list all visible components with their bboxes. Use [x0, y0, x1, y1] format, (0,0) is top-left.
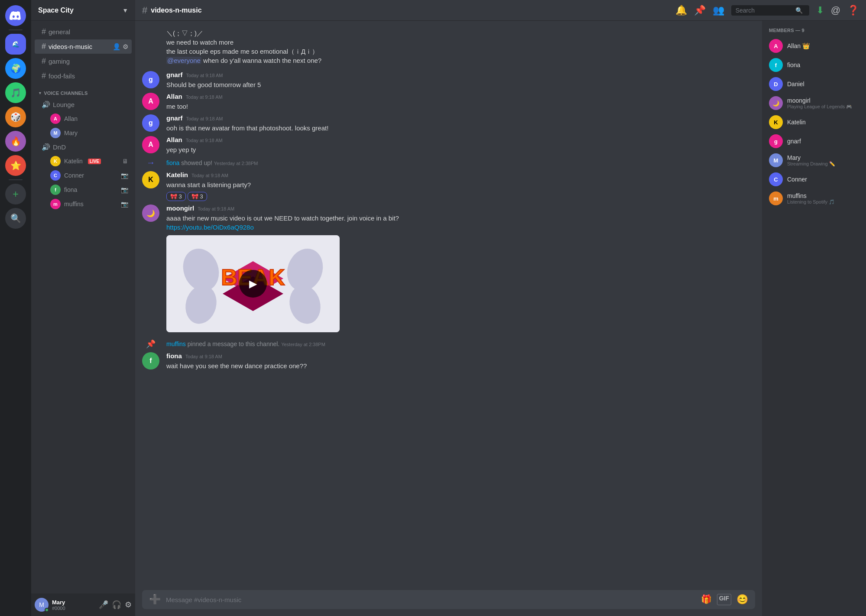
member-item-mary[interactable]: M Mary Streaming Drawing ✏️ — [765, 151, 863, 170]
member-name-gnarf: gnarf — [787, 138, 859, 145]
reaction-1[interactable]: 🎀 3 — [166, 192, 186, 201]
add-member-icon[interactable]: 👤 — [113, 43, 121, 51]
video-embed[interactable]: BEAK ▶ — [166, 235, 340, 332]
voice-user-allan[interactable]: A Allan — [35, 112, 132, 126]
user-settings-icon[interactable]: ⚙ — [125, 600, 132, 610]
voice-user-mary[interactable]: M Mary — [35, 126, 132, 140]
bell-icon[interactable]: 🔔 — [675, 5, 687, 16]
msg-content-fiona: fiona Today at 9:18 AM wait have you see… — [166, 352, 755, 370]
msg-header-moongirl: moongirl Today at 9:18 AM — [166, 204, 755, 212]
member-name-conner: Conner — [787, 176, 859, 183]
camera-icon-conner: 📷 — [121, 172, 128, 179]
server-divider-2 — [9, 179, 23, 180]
member-item-conner[interactable]: C Conner — [765, 170, 863, 189]
avatar-member-muffins: m — [769, 191, 783, 205]
server-header[interactable]: Space City ▼ — [31, 0, 135, 21]
message-input[interactable] — [166, 591, 696, 608]
search-bar[interactable]: 🔍 — [731, 5, 809, 16]
search-input[interactable] — [736, 7, 792, 14]
system-msg-fiona-join: → fiona showed up! Yesterday at 2:38PM — [135, 156, 762, 169]
help-icon[interactable]: ❓ — [847, 5, 859, 16]
member-item-fiona[interactable]: f fiona — [765, 55, 863, 75]
server-icon-4[interactable]: 🎲 — [5, 107, 26, 127]
sidebar-item-gaming[interactable]: # gaming — [35, 54, 132, 68]
server-icon-5[interactable]: 🔥 — [5, 131, 26, 152]
voice-user-conner[interactable]: C Conner 📷 — [35, 169, 132, 182]
reactions-katelin: 🎀 3 🎀 3 — [166, 192, 755, 201]
msg-header-fiona: fiona Today at 9:18 AM — [166, 352, 755, 360]
server-icon-6[interactable]: ⭐ — [5, 155, 26, 176]
member-item-gnarf[interactable]: g gnarf — [765, 132, 863, 151]
message-input-wrapper: ➕ 🎁 GIF 😊 — [142, 590, 755, 609]
msg-header-allan-2: Allan Today at 9:18 AM — [166, 136, 755, 143]
at-icon[interactable]: @ — [831, 5, 840, 16]
avatar-moongirl: 🌙 — [142, 204, 159, 222]
video-link[interactable]: https://youtu.be/OiDx6aQ928o — [166, 224, 254, 231]
voice-channel-lounge[interactable]: 🔊 Lounge — [35, 98, 132, 111]
channel-name-food-fails: food-fails — [49, 72, 75, 80]
member-name-daniel: Daniel — [787, 81, 859, 88]
voice-channel-name-lounge: Lounge — [53, 101, 75, 108]
emoji-icon[interactable]: 😊 — [736, 594, 748, 605]
member-item-daniel[interactable]: D Daniel — [765, 75, 863, 94]
members-list: MEMBERS — 9 A Allan 👑 f fiona — [762, 21, 866, 616]
sidebar: Space City ▼ # general # videos-n-music … — [31, 0, 135, 616]
members-icon[interactable]: 👥 — [713, 5, 724, 16]
msg-content-gnarf-1: gnarf Today at 9:18 AM Should be good to… — [166, 71, 755, 89]
settings-icon[interactable]: ⚙ — [123, 43, 128, 51]
server-icon-2[interactable]: 🌍 — [5, 58, 26, 79]
channel-name-gaming: gaming — [49, 58, 70, 65]
system-msg-user-fiona[interactable]: fiona — [166, 159, 179, 166]
download-icon[interactable]: ⬇ — [816, 5, 824, 16]
server-icon-space-city[interactable]: 🌊 — [5, 34, 26, 55]
system-msg-pinned-text: muffins pinned a message to this channel… — [166, 340, 325, 347]
crown-icon-allan: 👑 — [802, 42, 810, 49]
member-item-muffins[interactable]: m muffins Listening to Spotify 🎵 — [765, 189, 863, 208]
reaction-2[interactable]: 🎀 3 — [188, 192, 207, 201]
voice-user-katelin[interactable]: K Katelin LIVE 🖥 — [35, 154, 132, 168]
add-server-button[interactable]: + — [5, 184, 26, 204]
server-divider — [9, 29, 23, 30]
message-group-fiona: f fiona Today at 9:18 AM wait have you s… — [135, 350, 762, 372]
voice-user-muffins[interactable]: m muffins 📷 — [35, 197, 132, 211]
voice-channel-dnd[interactable]: 🔊 DnD — [35, 140, 132, 154]
current-channel-name: videos-n-music — [151, 6, 201, 14]
explore-icon[interactable]: 🔍 — [5, 208, 26, 229]
message-group-moongirl: 🌙 moongirl Today at 9:18 AM aaaa their n… — [135, 203, 762, 334]
member-item-katelin[interactable]: K Katelin — [765, 113, 863, 132]
system-msg-pin-action: pinned a message to this channel. — [188, 340, 281, 347]
member-item-allan[interactable]: A Allan 👑 — [765, 36, 863, 55]
system-msg-pin-timestamp: Yesterday at 2:38PM — [281, 342, 325, 347]
msg-header-gnarf-1: gnarf Today at 9:18 AM — [166, 71, 755, 78]
pin-icon[interactable]: 📌 — [694, 5, 706, 16]
mic-icon[interactable]: 🎤 — [99, 600, 108, 610]
sidebar-item-general[interactable]: # general — [35, 25, 132, 39]
system-msg-user-muffins[interactable]: muffins — [166, 340, 186, 347]
avatar-conner-mini: C — [50, 170, 61, 181]
chevron-down-icon: ▼ — [122, 7, 128, 14]
video-thumbnail[interactable]: BEAK ▶ — [166, 235, 340, 332]
member-item-moongirl[interactable]: 🌙 moongirl Playing League of Legends 🎮 — [765, 94, 863, 113]
voice-category-header[interactable]: ▼ VOICE CHANNELS — [31, 84, 135, 97]
hash-icon-header: # — [142, 5, 147, 16]
msg-author-katelin: Katelin — [166, 171, 188, 178]
server-icon-3[interactable]: 🎵 — [5, 82, 26, 103]
attach-button[interactable]: ➕ — [149, 594, 161, 605]
avatar-member-conner: C — [769, 172, 783, 186]
user-controls: 🎤 🎧 ⚙ — [99, 600, 132, 610]
msg-content-gnarf-2: gnarf Today at 9:18 AM ooh is that new a… — [166, 114, 755, 133]
discord-home-icon[interactable] — [5, 5, 26, 26]
headset-icon[interactable]: 🎧 — [112, 600, 121, 610]
message-group-gnarf-2: g gnarf Today at 9:18 AM ooh is that new… — [135, 113, 762, 134]
channel-name-general: general — [49, 28, 70, 36]
avatar-fiona-mini: f — [50, 185, 61, 195]
gift-icon[interactable]: 🎁 — [701, 594, 712, 605]
sidebar-item-videos-n-music[interactable]: # videos-n-music 👤 ⚙ — [35, 39, 132, 54]
gif-button[interactable]: GIF — [717, 594, 731, 605]
msg-timestamp-allan-2: Today at 9:18 AM — [186, 138, 223, 143]
msg-text-moongirl: aaaa their new music video is out we NEE… — [166, 214, 755, 232]
voice-user-fiona[interactable]: f fiona 📷 — [35, 183, 132, 197]
sidebar-item-food-fails[interactable]: # food-fails — [35, 69, 132, 83]
member-info-allan: Allan 👑 — [787, 42, 859, 49]
play-button[interactable]: ▶ — [239, 270, 267, 298]
